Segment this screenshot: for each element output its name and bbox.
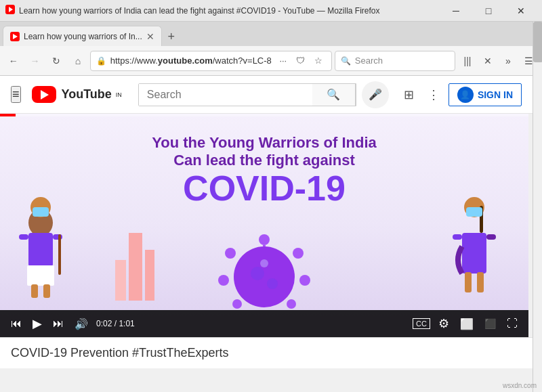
home-button[interactable]: ⌂	[68, 51, 87, 70]
miniplayer-button[interactable]: ⬛	[482, 317, 499, 330]
search-icon: 🔍	[327, 88, 340, 101]
mic-icon: 🎤	[369, 88, 382, 101]
reload-button[interactable]: ↻	[47, 51, 66, 70]
minimize-button[interactable]: ─	[440, 1, 472, 20]
new-tab-button[interactable]: +	[162, 27, 181, 46]
svg-rect-7	[28, 233, 53, 267]
search-field-icon: 🔍	[341, 56, 351, 66]
svg-point-25	[234, 246, 295, 307]
svg-rect-17	[462, 233, 486, 274]
svg-rect-21	[477, 272, 484, 292]
svg-point-36	[260, 259, 268, 267]
video-page-title: COVID-19 Prevention #TrustTheExperts	[11, 346, 228, 360]
youtube-search-button[interactable]: 🔍	[312, 83, 356, 106]
volume-button[interactable]: 🔊	[72, 316, 91, 332]
url-bar[interactable]: 🔒 https://www.youtube.com/watch?v=LC-8 ·…	[90, 51, 332, 71]
url-prefix: https://www.	[110, 56, 158, 66]
svg-rect-20	[465, 272, 472, 292]
svg-point-32	[218, 275, 229, 286]
svg-point-33	[232, 299, 242, 309]
url-path: /watch?v=LC-8	[213, 56, 272, 66]
youtube-logo-icon	[32, 86, 56, 103]
svg-rect-16	[466, 207, 482, 217]
browser-scrollbar[interactable]	[533, 22, 542, 392]
svg-rect-24	[145, 250, 154, 301]
active-tab[interactable]: Learn how young warriors of In... ✕	[3, 26, 162, 46]
svg-rect-9	[19, 234, 28, 240]
forward-button[interactable]: →	[26, 51, 45, 70]
youtube-more-button[interactable]: ⋮	[424, 85, 443, 104]
video-title-overlay: You the Young Warriors of India Can lead…	[106, 134, 423, 208]
video-progress-fill	[0, 114, 16, 116]
watermark: wsxdn.com	[503, 382, 537, 389]
video-progress-container[interactable]	[0, 114, 528, 116]
youtube-apps-button[interactable]: ⊞	[400, 85, 419, 104]
svg-rect-13	[43, 284, 50, 298]
svg-rect-6	[33, 207, 49, 217]
url-domain: youtube.com	[158, 56, 213, 66]
youtube-search-box[interactable]: 🔍	[138, 83, 356, 106]
character-left	[14, 192, 81, 303]
more-options-button[interactable]: ···	[276, 53, 291, 68]
tab-favicon	[10, 32, 20, 41]
address-bar: ← → ↻ ⌂ 🔒 https://www.youtube.com/watch?…	[0, 46, 542, 76]
overflow-button[interactable]: »	[499, 51, 518, 70]
captions-button[interactable]: CC	[413, 318, 430, 329]
buildings	[108, 233, 163, 303]
youtube-mic-button[interactable]: 🎤	[362, 81, 389, 108]
settings-button[interactable]: ⚙	[436, 315, 452, 332]
browser-search-field[interactable]: 🔍 Search	[335, 51, 455, 71]
total-time: 1:01	[119, 319, 134, 328]
svg-rect-11	[58, 234, 61, 275]
person-icon: 👤	[460, 90, 470, 100]
synced-tabs-button[interactable]: ✕	[478, 51, 497, 70]
video-title-line1: You the Young Warriors of India	[106, 134, 423, 152]
shield-icon-button[interactable]: 🛡	[293, 53, 308, 68]
virus-illustration	[210, 226, 318, 317]
url-text: https://www.youtube.com/watch?v=LC-8	[110, 56, 272, 66]
skip-forward-button[interactable]: ⏭	[50, 316, 66, 331]
youtube-search-input[interactable]	[139, 84, 312, 106]
video-title-bar: COVID-19 Prevention #TrustTheExperts	[0, 337, 533, 368]
back-button[interactable]: ←	[4, 51, 23, 70]
tab-close-button[interactable]: ✕	[146, 31, 154, 42]
main-content: ≡ YouTubeIN 🔍 🎤 ⊞	[0, 76, 533, 368]
tab-bar: Learn how young warriors of In... ✕ +	[0, 22, 542, 46]
svg-point-28	[293, 248, 304, 259]
scrollbar-thumb[interactable]	[533, 22, 542, 62]
skip-back-button[interactable]: ⏮	[8, 316, 24, 331]
youtube-header: ≡ YouTubeIN 🔍 🎤 ⊞	[0, 76, 533, 114]
sign-in-avatar-icon: 👤	[457, 87, 474, 103]
svg-rect-19	[486, 234, 496, 240]
play-button[interactable]: ▶	[30, 315, 45, 332]
close-button[interactable]: ✕	[505, 1, 537, 20]
video-title-big: COVID-19	[106, 169, 423, 208]
svg-point-35	[267, 278, 278, 289]
bookmarks-button[interactable]: |||	[458, 51, 477, 70]
current-time: 0:02	[96, 319, 112, 328]
theater-mode-button[interactable]: ⬜	[457, 316, 476, 332]
svg-rect-12	[31, 284, 38, 298]
character-right	[447, 192, 515, 303]
svg-point-30	[287, 299, 296, 309]
youtube-logo-text: YouTube	[62, 87, 112, 102]
sign-in-button[interactable]: 👤 SIGN IN	[449, 83, 522, 106]
svg-point-31	[225, 248, 236, 259]
video-controls-bar: ⏮ ▶ ⏭ 🔊 0:02 / 1:01 CC ⚙ ⬜ ⬛ ⛶	[0, 310, 528, 337]
security-icon: 🔒	[96, 56, 106, 66]
search-field-placeholder: Search	[355, 56, 383, 66]
svg-point-26	[259, 234, 270, 245]
svg-rect-8	[27, 265, 54, 286]
youtube-logo[interactable]: YouTubeIN	[32, 86, 122, 103]
title-favicon	[5, 5, 15, 17]
hamburger-menu-button[interactable]: ≡	[11, 86, 21, 103]
video-player[interactable]: You the Young Warriors of India Can lead…	[0, 114, 528, 337]
fullscreen-button[interactable]: ⛶	[504, 316, 520, 331]
sign-in-label: SIGN IN	[478, 89, 513, 100]
svg-point-34	[251, 267, 264, 280]
bookmark-button[interactable]: ☆	[311, 53, 326, 68]
svg-rect-22	[129, 233, 142, 301]
svg-point-29	[299, 275, 310, 286]
youtube-play-icon	[41, 90, 49, 100]
maximize-button[interactable]: □	[473, 1, 504, 20]
